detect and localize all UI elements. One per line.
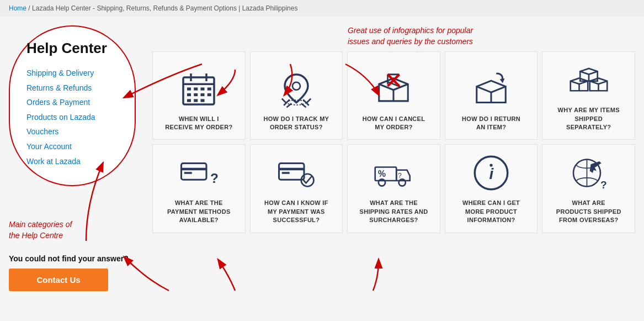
info-grid: WHEN WILL IRECEIVE MY ORDER? HOW DO I TR…	[152, 51, 635, 233]
svg-rect-11	[207, 93, 211, 96]
sidebar-item-orders[interactable]: Orders & Payment	[26, 95, 118, 110]
sidebar-item-returns[interactable]: Returns & Refunds	[26, 81, 118, 96]
sidebar-item-products[interactable]: Products on Lazada	[26, 110, 118, 125]
grid-label-shipped-separately: WHY ARE MY ITEMSSHIPPEDSEPARATELY?	[558, 106, 620, 131]
box-return-icon	[472, 70, 510, 108]
plane-question-icon: ?	[570, 154, 608, 192]
sidebar-item-vouchers[interactable]: Vouchers	[26, 124, 118, 139]
svg-point-16	[292, 82, 300, 90]
top-annotation: Great use of infographics for populariss…	[152, 25, 635, 47]
svg-rect-5	[194, 87, 198, 90]
svg-rect-10	[201, 93, 205, 96]
sidebar-annotation: Main categories ofthe Help Centre	[9, 219, 141, 241]
box-cancel-icon	[374, 70, 413, 108]
sidebar-box: Help Center Shipping & Delivery Returns …	[9, 25, 136, 186]
contact-us-button[interactable]: Contact Us	[9, 269, 108, 291]
help-center-title: Help Center	[26, 40, 118, 57]
grid-item-track-order[interactable]: HOW DO I TRACK MYORDER STATUS?	[250, 51, 343, 140]
svg-rect-32	[279, 164, 304, 180]
boxes-icon	[570, 61, 608, 99]
grid-item-payment-successful[interactable]: HOW CAN I KNOW IFMY PAYMENT WASSUCCESSFU…	[250, 144, 343, 233]
grid-item-when-receive[interactable]: WHEN WILL IRECEIVE MY ORDER?	[152, 51, 246, 140]
sidebar-item-work[interactable]: Work at Lazada	[26, 154, 118, 169]
svg-rect-34	[282, 172, 290, 175]
svg-rect-28	[182, 164, 207, 180]
breadcrumb-current: Lazada Help Center - Shipping, Returns, …	[32, 4, 297, 12]
svg-text:?: ?	[600, 179, 607, 191]
sidebar-nav: Shipping & Delivery Returns & Refunds Or…	[26, 66, 118, 169]
grid-item-return-item[interactable]: HOW DO I RETURNAN ITEM?	[445, 51, 538, 140]
svg-rect-30	[184, 172, 192, 175]
grid-label-when-receive: WHEN WILL IRECEIVE MY ORDER?	[165, 115, 232, 132]
main-content: Help Center Shipping & Delivery Returns …	[0, 17, 644, 300]
svg-text:i: i	[489, 165, 494, 182]
grid-item-shipped-separately[interactable]: WHY ARE MY ITEMSSHIPPEDSEPARATELY?	[542, 51, 635, 140]
breadcrumb-home[interactable]: Home	[9, 4, 26, 12]
svg-rect-6	[201, 87, 205, 90]
contact-section: You could not find your answer? Contact …	[9, 254, 141, 291]
grid-label-track-order: HOW DO I TRACK MYORDER STATUS?	[264, 115, 329, 132]
info-circle-icon: i	[472, 154, 510, 192]
contact-prompt: You could not find your answer?	[9, 254, 141, 263]
sidebar-item-account[interactable]: Your Account	[26, 139, 118, 154]
truck-percent-icon: % ?	[374, 154, 413, 192]
location-icon	[277, 70, 316, 108]
card-check-icon	[277, 154, 316, 192]
grid-item-cancel-order[interactable]: HOW CAN I CANCELMY ORDER?	[347, 51, 440, 140]
grid-item-product-info[interactable]: i WHERE CAN I GETMORE PRODUCTINFORMATION…	[445, 144, 538, 233]
svg-rect-12	[187, 99, 191, 102]
grid-label-overseas: WHAT AREPRODUCTS SHIPPEDFROM OVERSEAS?	[556, 199, 621, 224]
calendar-icon	[179, 70, 218, 108]
sidebar-item-shipping[interactable]: Shipping & Delivery	[26, 66, 118, 81]
svg-text:?: ?	[210, 171, 218, 186]
sidebar: Help Center Shipping & Delivery Returns …	[9, 25, 141, 291]
svg-rect-7	[207, 87, 211, 90]
svg-rect-8	[187, 93, 191, 96]
grid-label-cancel-order: HOW CAN I CANCELMY ORDER?	[363, 115, 425, 132]
grid-label-shipping-rates: WHAT ARE THESHIPPING RATES ANDSURCHARGES…	[360, 199, 428, 224]
svg-point-43	[489, 164, 492, 167]
grid-label-payment-successful: HOW CAN I KNOW IFMY PAYMENT WASSUCCESSFU…	[264, 199, 328, 224]
svg-marker-24	[500, 78, 505, 83]
svg-rect-14	[201, 99, 205, 102]
grid-label-payment-methods: WHAT ARE THEPAYMENT METHODSAVAILABLE?	[167, 199, 231, 224]
grid-label-return-item: HOW DO I RETURNAN ITEM?	[462, 115, 520, 132]
svg-rect-13	[194, 99, 198, 102]
breadcrumb: Home / Lazada Help Center - Shipping, Re…	[0, 0, 644, 17]
svg-rect-9	[194, 93, 198, 96]
grid-area: Great use of infographics for populariss…	[152, 25, 635, 291]
svg-rect-4	[187, 87, 191, 90]
svg-text:?: ?	[398, 172, 402, 180]
grid-item-payment-methods[interactable]: ? WHAT ARE THEPAYMENT METHODSAVAILABLE?	[152, 144, 246, 233]
grid-label-product-info: WHERE CAN I GETMORE PRODUCTINFORMATION?	[462, 199, 520, 224]
grid-item-overseas[interactable]: ? WHAT AREPRODUCTS SHIPPEDFROM OVERSEAS?	[542, 144, 635, 233]
svg-text:%: %	[378, 169, 386, 178]
card-question-icon: ?	[179, 154, 218, 192]
grid-item-shipping-rates[interactable]: % ? WHAT ARE THESHIPPING RATES ANDSURCHA…	[347, 144, 440, 233]
